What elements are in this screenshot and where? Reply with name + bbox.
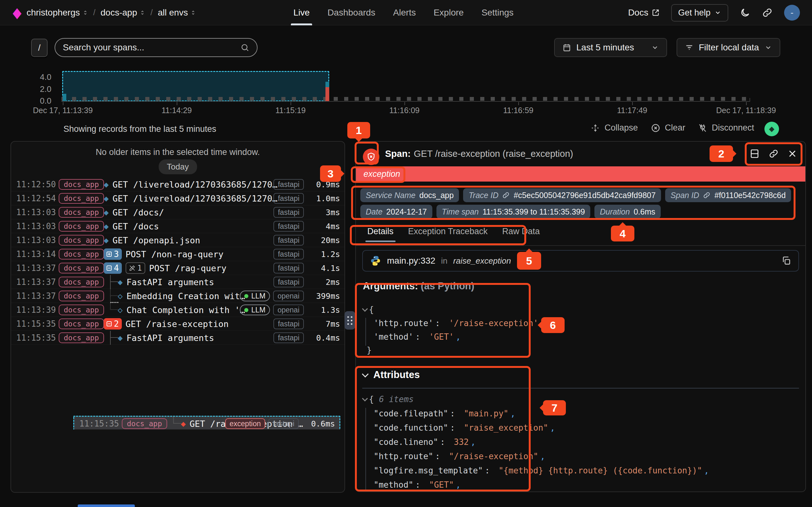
list-item[interactable]: 11:13:37 docs_app 41POST /rag-query fast… xyxy=(11,261,345,275)
live-status-button[interactable]: ◆ xyxy=(764,122,779,136)
tag-label: Trace ID xyxy=(468,191,498,200)
item-count: 6 items xyxy=(379,395,414,404)
collapse-button[interactable]: Collapse xyxy=(591,123,638,133)
attr-key: "method" xyxy=(374,480,413,490)
list-item[interactable]: 11:13:03 docs_app ◆GET /docs/ fastapi3ms xyxy=(11,205,345,219)
tab-dashboards[interactable]: Dashboards xyxy=(327,0,375,25)
duration: 7ms xyxy=(307,320,340,329)
service-pill: docs_app xyxy=(59,332,104,343)
copy-icon[interactable] xyxy=(781,256,792,266)
row-time: 11:13:37 xyxy=(16,261,56,275)
project-selector[interactable]: docs-app xyxy=(101,8,145,18)
tab-details[interactable]: Details xyxy=(367,227,394,241)
list-item[interactable]: 11:15:35 docs_app 2GET /raise-exception … xyxy=(11,317,345,331)
panel-resize-handle[interactable] xyxy=(345,311,355,330)
env-selector[interactable]: all envs xyxy=(158,8,196,18)
span-diamond-outline-icon: ◇ xyxy=(118,292,123,300)
detail-tabs: Details Exception Traceback Raw Data xyxy=(367,227,540,241)
attr-value: "/raise-exception" xyxy=(449,452,538,461)
row-time: 11:12:50 xyxy=(16,177,56,191)
tab-live[interactable]: Live xyxy=(293,0,310,25)
service-pill: docs_app xyxy=(59,179,104,190)
expand-children-badge[interactable]: 3 xyxy=(104,248,122,260)
list-item-selected[interactable]: 11:15:35 docs_app ◆GET /raise-exception … xyxy=(73,416,340,430)
tab-alerts[interactable]: Alerts xyxy=(393,0,416,25)
exception-shield-icon xyxy=(363,149,379,165)
list-item[interactable]: 11:13:14 docs_app 3POST /non-rag-query f… xyxy=(11,247,345,261)
source-file[interactable]: main.py:332 xyxy=(387,256,436,266)
share-link-icon[interactable] xyxy=(762,7,773,18)
list-item[interactable]: 11:12:50 docs_app ◆GET /livereload/12703… xyxy=(11,177,345,191)
chart-bar-spans[interactable] xyxy=(63,94,66,101)
list-item[interactable]: 11:13:39 docs_app ◇Chat Completion with … xyxy=(11,303,345,317)
dark-mode-moon-icon[interactable] xyxy=(740,7,751,18)
search-bar[interactable] xyxy=(55,38,258,57)
get-help-label: Get help xyxy=(678,8,711,18)
chevrons-up-down-icon xyxy=(83,10,88,15)
attributes-heading[interactable]: Attributes xyxy=(363,369,420,381)
list-item[interactable]: 11:13:37 docs_app ◆FastAPI arguments fas… xyxy=(11,275,345,289)
spans-list-panel: No older items in the selected time wind… xyxy=(10,141,345,493)
exception-pill: exception xyxy=(225,418,265,429)
filter-local-data-button[interactable]: Filter local data xyxy=(676,38,780,57)
span-id-tag[interactable]: Span ID#f0110e542c798c6d xyxy=(665,188,791,202)
list-item[interactable]: 11:13:37 docs_app ◇Embedding Creation wi… xyxy=(11,289,345,303)
child-count: 2 xyxy=(114,319,119,329)
list-item[interactable]: 11:15:35 docs_app ◆FastAPI arguments fas… xyxy=(11,331,345,345)
comma: , xyxy=(540,452,545,461)
attrs-open-line[interactable]: {6 items xyxy=(363,392,414,406)
x-tick-mark xyxy=(746,102,747,105)
list-item[interactable]: 11:13:03 docs_app ◆GET /docs fastapi4ms xyxy=(11,219,345,233)
span-name: Embedding Creation wit… xyxy=(126,291,245,301)
args-open-line[interactable]: { xyxy=(363,302,374,317)
clear-button[interactable]: Clear xyxy=(651,123,686,133)
service-pill: docs_app xyxy=(59,291,104,301)
close-icon[interactable] xyxy=(788,149,797,158)
get-help-button[interactable]: Get help xyxy=(671,4,728,21)
search-input[interactable] xyxy=(63,43,241,53)
span-detail-panel: Span: GET /raise-exception (raise_except… xyxy=(355,141,806,492)
disconnect-button[interactable]: Disconnect xyxy=(698,123,754,133)
service-pill: docs_app xyxy=(59,221,104,232)
collapse-children-badge-error[interactable]: 2 xyxy=(104,318,122,330)
chart-bar-spans[interactable] xyxy=(325,82,329,87)
list-item[interactable]: 11:12:54 docs_app ◆GET /livereload/12703… xyxy=(11,191,345,205)
annotations-badge[interactable]: 1 xyxy=(125,262,145,274)
row-time: 11:13:37 xyxy=(16,289,56,303)
chevron-down-icon xyxy=(362,395,368,401)
span-rows: 11:12:50 docs_app ◆GET /livereload/12703… xyxy=(11,177,345,359)
today-pill[interactable]: Today xyxy=(159,159,197,174)
tab-explore[interactable]: Explore xyxy=(434,0,464,25)
attr-key: "code.lineno" xyxy=(374,437,438,447)
time-range-button[interactable]: Last 5 minutes xyxy=(554,38,667,57)
collapse-children-badge[interactable]: 4 xyxy=(104,262,122,274)
duration: 2ms xyxy=(307,278,340,287)
attr-entry: "code.filepath": "main.py", xyxy=(374,406,515,420)
span-diamond-icon: ◆ xyxy=(104,180,109,188)
avatar[interactable]: - xyxy=(784,5,800,20)
close-brace: } xyxy=(367,345,372,355)
tab-raw-data[interactable]: Raw Data xyxy=(502,227,540,241)
span-tags-row-2: Date2024-12-17 Time span11:15:35.399 to … xyxy=(360,205,661,219)
service-pill: docs_app xyxy=(122,418,167,429)
tab-settings[interactable]: Settings xyxy=(481,0,513,25)
time-range-label: Last 5 minutes xyxy=(576,43,634,53)
tag-value: 11:15:35.399 to 11:15:35.399 xyxy=(483,207,585,216)
x-tick-mark xyxy=(518,102,519,105)
chart-bar-errors[interactable] xyxy=(325,87,329,101)
panel-toggle-icon[interactable] xyxy=(750,149,760,159)
org-selector[interactable]: christophergs xyxy=(27,8,88,18)
logfire-logo-icon[interactable]: ◆ xyxy=(13,5,21,20)
copy-link-icon[interactable] xyxy=(768,149,779,159)
docs-link[interactable]: Docs xyxy=(628,8,660,18)
trace-id-tag[interactable]: Trace ID#c5ec5005042796e91d5db42ca9fd980… xyxy=(463,188,661,202)
date-tag: Date2024-12-17 xyxy=(360,205,432,219)
annotation-2-label: 2 xyxy=(710,146,733,162)
y-tick: 2.0 xyxy=(31,84,51,94)
duration: 20ms xyxy=(307,236,340,245)
tab-exception-traceback[interactable]: Exception Traceback xyxy=(408,227,488,241)
row-time: 11:13:03 xyxy=(16,233,56,247)
tag-value: 0.6ms xyxy=(634,207,655,216)
list-item[interactable]: 11:13:03 docs_app ◆GET /openapi.json fas… xyxy=(11,233,345,247)
link-icon xyxy=(703,191,711,199)
